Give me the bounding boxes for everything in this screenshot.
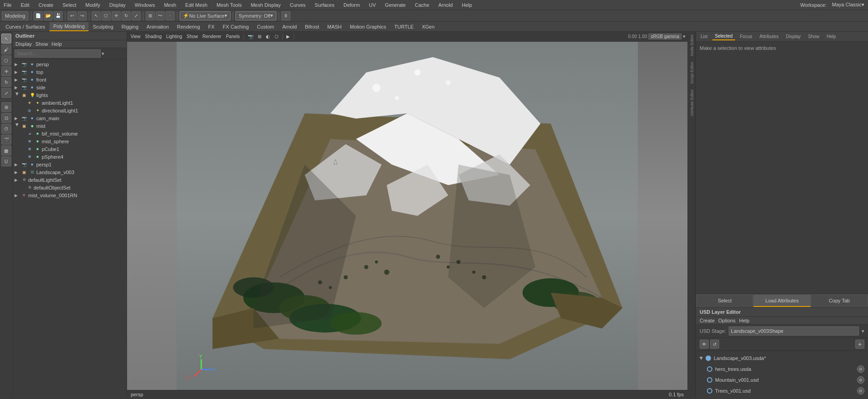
tab-selected[interactable]: Selected [712,33,736,40]
viewport[interactable]: View Shading Lighting Show Renderer Pane… [127,32,687,398]
vp-grid-icon[interactable]: ⊞ [256,33,263,41]
usd-eye-btn[interactable]: 👁 [700,340,709,349]
tab-turtle[interactable]: TURTLE [391,22,417,31]
tree-item-landscape[interactable]: ▶ ▣ ⊡ Landscape_v003 [13,168,127,176]
search-input[interactable] [15,49,101,58]
tree-item-ambientlight1[interactable]: ☀ ● ambientLight1 [13,99,127,107]
paint-tool-icon[interactable]: 🖌 [1,44,11,54]
mode-selector[interactable]: Modeling [2,11,29,20]
vp-menu-shading[interactable]: Shading [143,33,164,41]
vp-render-icon[interactable]: ▶ [284,33,292,41]
menu-help[interactable]: Help [460,2,474,8]
lasso-tool[interactable]: ⬡ [102,11,111,20]
usd-menu-options[interactable]: Options [718,318,736,323]
layer-icon[interactable]: ▦ [1,146,11,156]
menu-modify[interactable]: Modify [83,2,102,8]
render-icon[interactable]: 🎬 [1,135,11,145]
tree-item-lights[interactable]: ▶ ▣ 💡 lights [13,91,127,99]
copy-tab-btn[interactable]: Copy Tab [811,294,868,307]
tab-arnold[interactable]: Arnold [279,22,300,31]
pause-btn[interactable]: ⏸ [281,11,290,20]
snap-point[interactable]: · [166,11,175,20]
tree-item-mist-volume-rn[interactable]: ▶ R mist_volume_0001RN [13,191,127,199]
menu-edit[interactable]: Edit [19,2,31,8]
tab-mash[interactable]: MASH [324,22,345,31]
tree-item-top[interactable]: ▶ 📷 ■ top [13,68,127,76]
vp-camera-icon[interactable]: 📷 [246,33,255,41]
tab-fx-caching[interactable]: FX Caching [219,22,252,31]
menu-arnold[interactable]: Arnold [436,2,455,8]
menu-surfaces[interactable]: Surfaces [313,2,336,8]
3d-canvas[interactable]: X Y Z [127,42,687,390]
gamma-profile[interactable]: sRGB gamma [648,34,682,39]
menu-uv[interactable]: UV [367,2,378,8]
undo-btn[interactable]: ↩ [68,11,77,20]
usd-badge-hero[interactable]: ⊘ [857,365,864,373]
tree-item-front[interactable]: ▶ 📷 ■ front [13,76,127,83]
menu-file[interactable]: File [2,2,14,8]
vp-menu-lighting[interactable]: Lighting [164,33,184,41]
snap-curve[interactable]: 〜 [156,11,165,20]
usd-layer-root[interactable]: ▶ Landscape_v003.usda* [696,353,868,364]
tab-animation[interactable]: Animation [143,22,172,31]
select-tool[interactable]: ↖ [92,11,101,20]
menu-mesh-display[interactable]: Mesh Display [249,2,283,8]
vp-menu-show[interactable]: Show [185,33,200,41]
tab-attributes[interactable]: Attributes [757,33,781,40]
snap-icon[interactable]: ⊡ [1,113,11,123]
tab-show[interactable]: Show [805,33,822,40]
tab-help[interactable]: Help [824,33,839,40]
tab-curves-surfaces[interactable]: Curves / Surfaces [2,22,49,31]
save-btn[interactable]: 💾 [54,11,63,20]
tab-bifrost[interactable]: Bifrost [301,22,323,31]
tree-item-defaultobjectset[interactable]: ⚙ defaultObjectSet [13,184,127,191]
move-tool[interactable]: ✛ [112,11,121,20]
lasso-tool-icon[interactable]: ⬡ [1,55,11,65]
tree-item-persp1[interactable]: ▶ 📷 ■ persp1 [13,161,127,168]
tab-rendering[interactable]: Rendering [173,22,204,31]
tree-item-psphere4[interactable]: ⊕ ■ pSphere4 [13,153,127,161]
usd-layer-trees[interactable]: Trees_v001.usd ⊘ [696,385,868,396]
move-icon[interactable]: ✛ [1,66,11,76]
tab-display[interactable]: Display [783,33,804,40]
search-arrow[interactable]: ▾ [102,51,104,57]
usd-refresh-btn[interactable]: ↺ [710,340,719,349]
tab-focus[interactable]: Focus [737,33,755,40]
node-editor-label[interactable]: Node Editor [687,32,695,59]
tab-motion-graphics[interactable]: Motion Graphics [346,22,390,31]
tree-item-directionallight1[interactable]: ⊕ ✦ directionalLight1 [13,107,127,114]
menu-select[interactable]: Select [61,2,78,8]
rotate-tool[interactable]: ↻ [122,11,131,20]
usd-layer-mountain[interactable]: Mountain_v001.usd ⊘ [696,375,868,385]
tab-rigging[interactable]: Rigging [118,22,142,31]
usd-badge-trees[interactable]: ⊘ [857,387,864,394]
outliner-help[interactable]: Help [52,41,62,47]
vp-menu-panels[interactable]: Panels [224,33,242,41]
select-btn[interactable]: Select [696,294,753,307]
load-attributes-btn[interactable]: Load Attributes [753,294,810,307]
tree-item-cam-main[interactable]: ▶ 📷 ■ cam_main [13,114,127,122]
new-btn[interactable]: 📄 [34,11,43,20]
menu-curves[interactable]: Curves [288,2,308,8]
usd-layer-hero-trees[interactable]: hero_trees.usda ⊘ [696,364,868,375]
usd-badge-mountain[interactable]: ⊘ [857,376,864,384]
tab-list[interactable]: List [698,33,711,40]
menu-mesh-tools[interactable]: Mesh Tools [215,2,243,8]
tab-sculpting[interactable]: Sculpting [89,22,117,31]
vp-wireframe-icon[interactable]: ⬡ [273,33,280,41]
open-btn[interactable]: 📂 [44,11,53,20]
menu-edit-mesh[interactable]: Edit Mesh [183,2,209,8]
history-icon[interactable]: ⏱ [1,124,11,134]
tree-item-side[interactable]: ▶ 📷 ■ side [13,83,127,91]
vp-menu-renderer[interactable]: Renderer [201,33,223,41]
tab-custom[interactable]: Custom [253,22,278,31]
tab-poly-modeling[interactable]: Poly Modeling [49,22,88,31]
rotate-icon[interactable]: ↻ [1,77,11,87]
menu-cache[interactable]: Cache [413,2,431,8]
tree-item-bif-mist[interactable]: ⊿ ■ bif_mist_volume [13,130,127,137]
usd-menu-help[interactable]: Help [739,318,750,323]
snap-grid[interactable]: ⊞ [146,11,155,20]
scale-icon[interactable]: ⤢ [1,88,11,98]
select-tool-icon[interactable]: ↖ [1,34,11,44]
script-editor-label[interactable]: Script Editor [687,59,695,87]
